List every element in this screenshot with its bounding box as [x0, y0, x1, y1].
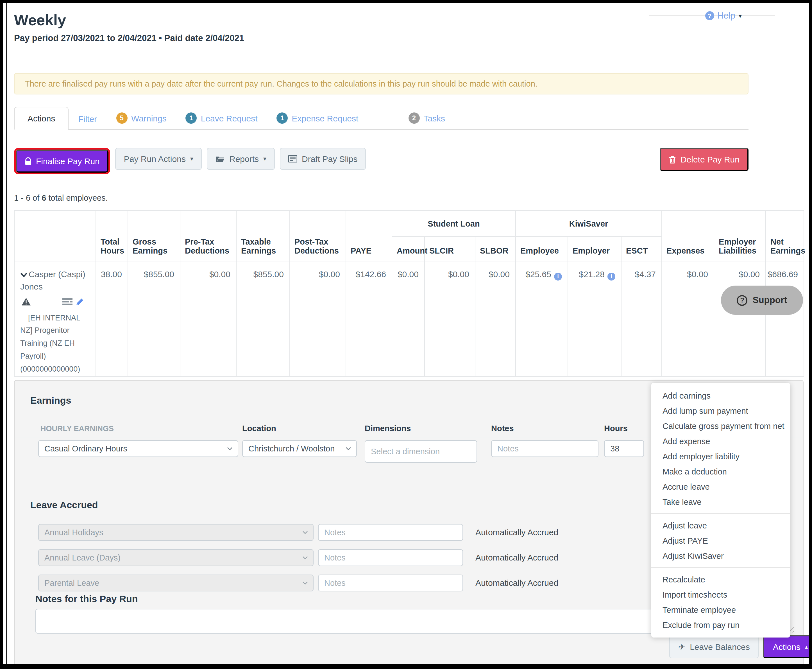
leave-balances-label: Leave Balances	[690, 642, 750, 652]
tab-filter[interactable]: Filter	[69, 108, 106, 130]
col-group-kiwisaver: KiwiSaver	[515, 210, 662, 236]
col-post-tax-deductions: Post-Tax Deductions	[290, 210, 346, 261]
menu-item-exclude-from-pay-run[interactable]: Exclude from pay run	[651, 617, 790, 632]
finalise-pay-run-button[interactable]: Finalise Pay Run	[16, 150, 109, 173]
tab-actions[interactable]: Actions	[14, 107, 69, 130]
panel-footer-buttons: ✈ Leave Balances Actions ▴	[669, 635, 812, 658]
info-icon[interactable]: i	[554, 272, 562, 280]
earning-type-value: Casual Ordinary Hours	[44, 444, 127, 453]
help-icon: ?	[705, 11, 714, 20]
gross-earnings-value: $855.00	[128, 261, 180, 377]
leave-notes-input[interactable]	[318, 549, 463, 566]
chevron-down-icon	[302, 531, 308, 534]
warning-banner: There are finalised pay runs with a pay …	[14, 73, 748, 94]
menu-item-adjust-paye[interactable]: Adjust PAYE	[651, 533, 790, 548]
employee-name[interactable]: Casper (Caspi) Jones	[20, 268, 92, 292]
pay-run-page: ? Help ▾ Weekly Pay period 27/03/2021 to…	[0, 0, 812, 669]
page-title: Weekly	[14, 12, 809, 29]
hours-input[interactable]	[604, 440, 644, 457]
leave-request-count-badge: 1	[186, 113, 197, 124]
leave-type-select[interactable]: Annual Holidays	[38, 524, 314, 541]
chevron-up-icon: ▴	[805, 644, 808, 650]
menu-divider	[651, 513, 790, 514]
slcir-value: $0.00	[424, 261, 475, 377]
pay-slip-notes-icon[interactable]	[62, 298, 72, 306]
menu-item-import-timesheets[interactable]: Import timesheets	[651, 587, 790, 602]
leave-balances-button[interactable]: ✈ Leave Balances	[669, 635, 759, 658]
esct-value: $4.37	[621, 261, 662, 377]
col-net-earnings: Net Earnings	[766, 210, 804, 261]
support-button[interactable]: ? Support	[721, 286, 803, 315]
tab-tasks[interactable]: 2 Tasks	[399, 106, 455, 130]
menu-item-take-leave[interactable]: Take leave	[651, 494, 790, 509]
location-select[interactable]: Christchurch / Woolston	[242, 440, 357, 457]
pay-run-actions-button[interactable]: Pay Run Actions ▾	[116, 148, 202, 170]
menu-item-adjust-kiwisaver[interactable]: Adjust KiwiSaver	[651, 548, 790, 563]
leave-type-value: Parental Leave	[44, 578, 99, 587]
earning-type-select[interactable]: Casual Ordinary Hours	[38, 440, 238, 457]
info-icon[interactable]: i	[607, 272, 615, 280]
expenses-value: $0.00	[662, 261, 714, 377]
employee-business: [EH INTERNAL NZ] Progenitor Training (NZ…	[20, 312, 92, 376]
leave-type-select[interactable]: Annual Leave (Days)	[38, 549, 314, 566]
draft-pay-slips-button[interactable]: Draft Pay Slips	[280, 148, 366, 170]
menu-item-terminate-employee[interactable]: Terminate employee	[651, 602, 790, 617]
col-gross-earnings: Gross Earnings	[128, 210, 180, 261]
menu-divider	[651, 567, 790, 568]
screen: ? Help ▾ Weekly Pay period 27/03/2021 to…	[0, 0, 812, 669]
tab-warnings[interactable]: 5 Warnings	[106, 106, 176, 130]
notes-label: Notes	[491, 424, 514, 433]
delete-pay-run-button[interactable]: Delete Pay Run	[660, 148, 748, 171]
pre-tax-deductions-value: $0.00	[180, 261, 236, 377]
menu-item-calculate-gross-from-net[interactable]: Calculate gross payment from net	[651, 418, 790, 434]
hours-label: Hours	[604, 424, 628, 433]
leave-type-value: Annual Holidays	[44, 528, 103, 537]
col-taxable-earnings: Taxable Earnings	[236, 210, 290, 261]
taxable-earnings-value: $855.00	[236, 261, 290, 377]
chevron-down-icon: ▾	[190, 155, 193, 163]
tab-label: Tasks	[423, 113, 445, 123]
col-total-hours: Total Hours	[96, 210, 128, 261]
post-tax-deductions-value: $0.00	[290, 261, 346, 377]
employer-liabilities-value: $0.00	[714, 261, 766, 377]
leave-type-select[interactable]: Parental Leave	[38, 575, 314, 592]
tab-leave-request[interactable]: 1 Leave Request	[176, 106, 267, 130]
menu-item-accrue-leave[interactable]: Accrue leave	[651, 479, 790, 494]
airplane-icon: ✈	[678, 642, 685, 652]
menu-item-add-lump-sum-payment[interactable]: Add lump sum payment	[651, 403, 790, 418]
menu-item-add-expense[interactable]: Add expense	[651, 434, 790, 449]
menu-item-add-earnings[interactable]: Add earnings	[651, 388, 790, 403]
col-expenses: Expenses	[662, 210, 714, 261]
dimension-input[interactable]	[365, 440, 477, 463]
slbor-value: $0.00	[475, 261, 515, 377]
edit-pencil-icon[interactable]	[75, 297, 84, 306]
kiwisaver-employee-value: $25.65i	[515, 261, 568, 377]
menu-item-add-employer-liability[interactable]: Add employer liability	[651, 449, 790, 464]
actions-button[interactable]: Actions ▴	[763, 635, 812, 658]
col-employee	[14, 210, 96, 261]
reports-button[interactable]: Reports ▾	[207, 148, 275, 170]
leave-notes-input[interactable]	[318, 575, 463, 592]
chevron-down-icon	[302, 581, 308, 585]
menu-item-make-a-deduction[interactable]: Make a deduction	[651, 464, 790, 479]
col-ks-employee: Employee	[515, 236, 568, 261]
col-group-student-loan: Student Loan	[392, 210, 515, 236]
earnings-notes-input[interactable]	[491, 440, 599, 457]
warnings-count-badge: 5	[116, 113, 127, 124]
tab-expense-request[interactable]: 1 Expense Request	[267, 106, 368, 130]
student-loan-amount-value: $0.00	[392, 261, 424, 377]
col-slbor: SLBOR	[475, 236, 515, 261]
folder-icon	[215, 155, 225, 163]
warning-icon	[21, 298, 31, 306]
leave-notes-input[interactable]	[318, 524, 463, 541]
leave-status: Automatically Accrued	[475, 549, 558, 566]
help-menu[interactable]: ? Help ▾	[705, 11, 742, 21]
dimensions-label: Dimensions	[365, 424, 411, 433]
total-hours-value: 38.00	[96, 261, 128, 377]
delete-label: Delete Pay Run	[681, 155, 740, 164]
chevron-down-icon: ▾	[263, 155, 266, 163]
location-value: Christchurch / Woolston	[248, 444, 335, 453]
menu-item-adjust-leave[interactable]: Adjust leave	[651, 518, 790, 533]
location-label: Location	[242, 424, 276, 433]
menu-item-recalculate[interactable]: Recalculate	[651, 572, 790, 587]
